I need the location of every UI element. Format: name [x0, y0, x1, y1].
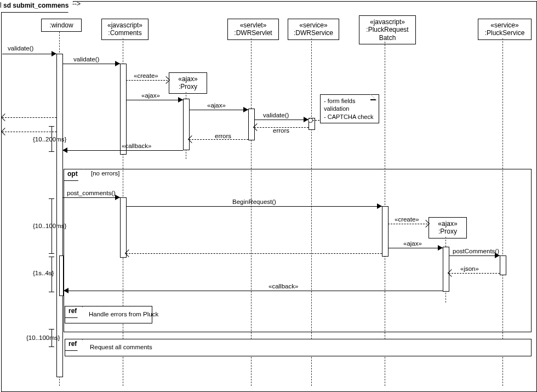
msg-label: «callback» — [122, 143, 151, 149]
msg-line — [62, 197, 120, 198]
lifeline-dwrservice: «service» :DWRService — [288, 19, 339, 40]
duration-tick — [49, 346, 54, 347]
msg-label: «json» — [460, 265, 479, 272]
msg-line — [2, 132, 56, 132]
lifeline-window: :window — [41, 19, 82, 32]
activation-pluckreq — [382, 206, 389, 257]
arrowhead-icon — [178, 97, 183, 103]
duration-tick — [49, 292, 54, 292]
msg-label: post_comments() — [67, 190, 116, 196]
msg-line — [2, 54, 56, 54]
duration-tick — [49, 253, 54, 254]
msg-label: validate() — [73, 56, 99, 63]
msg-line — [388, 248, 443, 248]
msg-label: errors — [215, 133, 231, 139]
stereotype: «service» — [482, 21, 528, 29]
msg-line — [449, 255, 500, 256]
stereotype: «javascript» — [363, 18, 412, 26]
msg-label: BeginRequest() — [232, 198, 276, 205]
stereotype: «javascript» — [105, 21, 145, 29]
activation-comments-1 — [120, 64, 127, 155]
msg-line — [189, 139, 248, 140]
frame-title: sd submit_commens — [1, 1, 73, 13]
msg-label: errors — [273, 127, 289, 134]
lifeline-name: :Comments — [105, 29, 145, 37]
msg-line — [62, 64, 120, 64]
msg-line — [126, 100, 183, 100]
lifeline-pluckreq: «javascript» :PluckRequest Batch — [359, 15, 416, 44]
ref-text: Handle errors from Pluck — [89, 311, 158, 317]
lifeline-name: :PluckRequest — [363, 26, 412, 33]
msg-line — [126, 253, 382, 254]
note-fold-inner — [370, 94, 375, 99]
lifeline-pluckservice: «service» :PluckService — [478, 19, 532, 40]
duration-tick — [49, 329, 54, 329]
activation-proxy2 — [443, 247, 449, 292]
msg-label: «ajax» — [207, 102, 226, 109]
msg-label: «create» — [134, 72, 158, 79]
arrowhead-icon — [377, 203, 382, 209]
arrowhead-icon — [64, 288, 68, 293]
stereotype: «ajax» — [173, 75, 203, 83]
note-line: validation — [324, 105, 375, 112]
arrowhead-icon — [115, 195, 120, 200]
note-line: - CAPTCHA check — [324, 113, 375, 121]
msg-line — [254, 120, 309, 120]
lifeline-proxy1: «ajax» :Proxy — [169, 72, 207, 94]
lifeline-name: :DWRService — [292, 29, 335, 37]
anchor-icon — [308, 118, 313, 123]
msg-label: «create» — [395, 216, 419, 223]
msg-label: validate() — [263, 112, 289, 118]
msg-label: «ajax» — [403, 240, 422, 247]
activation-window-nested — [59, 255, 64, 296]
fragment-operator: ref — [65, 339, 83, 351]
fragment-operator: ref — [65, 306, 83, 318]
msg-line — [126, 206, 382, 207]
arrowhead-icon — [438, 245, 443, 251]
arrowhead-icon — [243, 107, 248, 112]
msg-label: «ajax» — [141, 92, 160, 99]
msg-label: postComments() — [453, 248, 499, 254]
lifeline-name: :PluckService — [482, 29, 528, 37]
lifeline-name2: Batch — [363, 34, 412, 42]
duration-tick — [49, 198, 54, 199]
guard: [no errors] — [91, 170, 119, 177]
lifeline-name: :window — [45, 21, 78, 29]
msg-line — [2, 117, 56, 118]
msg-line — [449, 273, 500, 274]
lifeline-name: :Proxy — [173, 83, 203, 90]
fragment-operator: opt — [64, 169, 84, 181]
activation-proxy1 — [183, 99, 190, 150]
stereotype: «servlet» — [231, 21, 275, 29]
lifeline-comments: «javascript» :Comments — [101, 19, 148, 40]
msg-line — [64, 291, 443, 291]
ref-text: Request all comments — [90, 344, 152, 350]
activation-pluckservice — [500, 255, 506, 275]
note-line: - form fields — [324, 97, 375, 105]
msg-label: «callback» — [268, 283, 298, 289]
duration-tick — [49, 257, 54, 257]
msg-line — [62, 150, 183, 151]
msg-line — [189, 110, 248, 110]
activation-dwrservlet — [248, 109, 255, 140]
duration-tick — [49, 126, 54, 127]
lifeline-dwrservlet: «servlet» :DWRServlet — [227, 19, 279, 40]
activation-window — [56, 54, 63, 377]
msg-label: validate() — [8, 45, 33, 52]
stereotype: «service» — [292, 21, 335, 29]
duration-label: {10..100ms} — [26, 334, 60, 341]
msg-line — [126, 80, 168, 81]
duration-tick — [49, 151, 54, 152]
arrowhead-icon — [62, 147, 67, 153]
duration-label: {1s..4s} — [33, 270, 54, 276]
arrowhead-icon — [52, 51, 56, 56]
duration-label: {10..200ms} — [33, 136, 66, 143]
arrowhead-icon — [115, 61, 120, 66]
duration-label: {10..100ms} — [33, 223, 66, 229]
lifeline-name: :DWRServlet — [231, 29, 275, 37]
